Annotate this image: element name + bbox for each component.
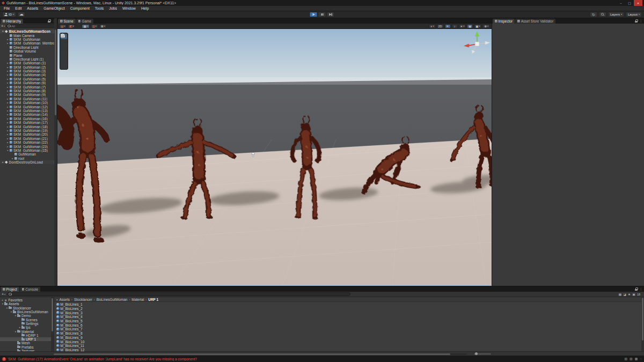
hierarchy-item-gutwoman[interactable]: GutWoman [0, 152, 57, 156]
expand-arrow-icon[interactable]: ▸ [6, 137, 10, 140]
hierarchy-item-skm-gutwoman-20[interactable]: ▸SKM_GutWoman (20) [0, 132, 57, 136]
debug-gizmos-dropdown[interactable]: ◩▾ [68, 24, 75, 28]
project-tree-item-favorites[interactable]: ▸★Favorites [0, 298, 51, 302]
draw-mode-dropdown[interactable]: ▤▾ [59, 24, 67, 28]
hierarchy-item-skm-gutwoman-10[interactable]: ▸SKM_GutWoman (10) [0, 101, 57, 105]
expand-arrow-icon[interactable]: ▸ [6, 70, 10, 72]
hierarchy-item-skm-gutwoman-19[interactable]: ▸SKM_GutWoman (19) [0, 129, 57, 132]
hierarchy-item-skm-gutwoman-12[interactable]: ▸SKM_GutWoman (12) [0, 105, 57, 108]
hierarchy-item-skm-gutwoman-8[interactable]: ▸SKM_GutWoman (8) [0, 89, 57, 93]
rect-tool-button[interactable] [61, 57, 67, 63]
tab-hierarchy[interactable]: Hierarchy [1, 19, 23, 24]
hierarchy-item-skm-gutwoman-2[interactable]: ▸SKM_GutWoman (2) [0, 65, 57, 69]
rotate-tool-button[interactable] [61, 46, 67, 51]
expand-arrow-icon[interactable]: ▸ [11, 157, 14, 160]
close-icon[interactable]: × [634, 0, 642, 6]
hidden-packages-icon[interactable]: ▣ [632, 293, 635, 296]
asset-item-m-biolines-8[interactable]: M_BioLines_8 [54, 331, 644, 336]
project-tree-item-biolinesgutwoman[interactable]: ▾BioLinesGutWoman [0, 310, 51, 314]
horizontal-scrollbar[interactable] [54, 353, 467, 355]
expand-arrow-icon[interactable]: ▸ [6, 93, 10, 96]
file-list-scrollbar[interactable] [641, 297, 644, 351]
expand-arrow-icon[interactable]: ▸ [6, 90, 10, 92]
hierarchy-item-dontdestroyonload[interactable]: ▸DontDestroyOnLoad⋮ [0, 160, 57, 164]
project-tab-project[interactable]: Project [1, 287, 19, 292]
lighting-toggle[interactable]: ☀ [445, 24, 451, 28]
hierarchy-searchbox[interactable] [6, 24, 56, 28]
menu-item-gameobject[interactable]: GameObject [41, 6, 67, 11]
hierarchy-item-skm-gutwoman-14[interactable]: ▸SKM_GutWoman (14) [0, 113, 57, 116]
hierarchy-search-input[interactable] [11, 25, 54, 28]
hierarchy-item-skm-gutwoman-3[interactable]: ▸SKM_GutWoman (3) [0, 69, 57, 73]
project-tree-item-material[interactable]: ▾Material [0, 329, 51, 333]
hierarchy-scrollbar[interactable] [54, 18, 57, 286]
expand-arrow-icon[interactable]: ▸ [6, 113, 10, 116]
expand-arrow-icon[interactable]: ▸ [6, 101, 10, 104]
kebab-menu-icon[interactable]: ⋮ [639, 19, 642, 23]
expand-arrow-icon[interactable]: ▸ [6, 129, 10, 132]
expand-arrow-icon[interactable]: ▸ [6, 98, 10, 100]
lock-icon[interactable] [48, 19, 50, 23]
asset-item-m-biolines-9[interactable]: M_BioLines_9 [54, 336, 644, 340]
project-tree-item-assets[interactable]: ▾Assets [0, 302, 51, 306]
automation-icon[interactable]: ▧ [624, 357, 627, 360]
expand-arrow-icon[interactable]: ▸ [6, 109, 10, 112]
expand-arrow-icon[interactable]: ▸ [6, 121, 10, 124]
hierarchy-item-root[interactable]: ▸root [0, 157, 57, 160]
lock-icon[interactable] [635, 19, 638, 23]
breadcrumb-item-urp-1[interactable]: URP 1 [148, 298, 158, 301]
expand-arrow-icon[interactable]: ▸ [6, 86, 10, 88]
scene-tab-scene[interactable]: Scene [58, 19, 76, 24]
expand-arrow-icon[interactable]: ▾ [6, 149, 10, 152]
lock-icon[interactable] [635, 287, 638, 291]
step-button[interactable] [327, 12, 335, 17]
project-tree-item-tps[interactable]: ▸tps [0, 326, 51, 329]
menu-item-file[interactable]: File [1, 6, 12, 11]
scale-tool-button[interactable] [61, 51, 67, 57]
camera-overlay-dropdown[interactable]: ▣▾ [474, 24, 481, 28]
hierarchy-item-global-volume[interactable]: Global Volume [0, 49, 57, 53]
expand-arrow-icon[interactable]: ▸ [6, 42, 10, 45]
hierarchy-item-skm-gutwoman-9[interactable]: ▸SKM_GutWoman (9) [0, 93, 57, 97]
visibility-toggle[interactable]: ◉ [467, 24, 473, 28]
play-button[interactable] [310, 12, 318, 17]
expand-arrow-icon[interactable]: ▸ [6, 82, 10, 84]
hierarchy-item-plane[interactable]: Plane [0, 53, 57, 57]
menu-item-edit[interactable]: Edit [12, 6, 24, 11]
expand-arrow-icon[interactable]: ▸ [6, 141, 10, 144]
cache-server-icon[interactable]: ▩ [635, 357, 638, 360]
asset-item-m-biolines-11[interactable]: M_BioLines_11 [54, 344, 644, 348]
create-object-button[interactable]: +▾ [1, 24, 5, 28]
kebab-menu-icon[interactable]: ⋮ [639, 287, 642, 291]
hierarchy-item-biolinesgutwomanscen[interactable]: ▾BioLinesGutWomanScen⋮ [0, 29, 57, 33]
hierarchy-item-directional-light-1[interactable]: Directional Light (1) [0, 57, 57, 61]
scrollbar-thumb[interactable] [52, 298, 53, 331]
menu-item-tools[interactable]: Tools [92, 6, 106, 11]
transform-tool-button[interactable] [61, 63, 67, 69]
hierarchy-item-skm-gutwoman-4[interactable]: ▸SKM_GutWoman (4) [0, 73, 57, 77]
hierarchy-item-skm-gutwoman-6[interactable]: ▸SKM_GutWoman (6) [0, 81, 57, 85]
project-tree-item-prefabs[interactable]: Prefabs [0, 345, 51, 349]
expand-arrow-icon[interactable]: ▸ [6, 106, 10, 108]
status-bar[interactable]: ! 'SKM_GutWoman (17)' AnimationEvent 'On… [0, 356, 644, 362]
expand-arrow-icon[interactable]: ▾ [1, 30, 5, 33]
asset-item-m-biolines-10[interactable]: M_BioLines_10 [54, 339, 644, 344]
hierarchy-item-skm-gutwoman-7[interactable]: ▸SKM_GutWoman (7) [0, 85, 57, 88]
breadcrumb-item-biolinesgutwoman[interactable]: BioLinesGutWoman [97, 298, 128, 301]
hierarchy-item-skm-gutwoman-18[interactable]: ▸SKM_GutWoman (18) [0, 124, 57, 128]
save-search-icon[interactable]: ★ [628, 293, 631, 296]
hierarchy-item-directional-light[interactable]: Directional Light [0, 46, 57, 49]
import-activity-icon[interactable]: ▨ [630, 357, 633, 360]
scene-viewport[interactable] [57, 29, 492, 286]
hierarchy-item-skm-gutwoman-15[interactable]: ▾SKM_GutWoman (15) [0, 149, 57, 152]
expand-arrow-icon[interactable]: ▸ [6, 117, 10, 120]
breadcrumb-item-assets[interactable]: Assets [60, 298, 70, 301]
project-tab-console[interactable]: Console [20, 287, 40, 292]
snap-increment-dropdown[interactable]: ⊞▾ [99, 24, 107, 28]
slider-knob[interactable] [475, 352, 478, 355]
hierarchy-item-skm-gutwoman-17[interactable]: ▸SKM_GutWoman (17) [0, 121, 57, 124]
project-searchbox[interactable] [7, 292, 350, 297]
hierarchy-item-skm-gutwoman-16[interactable]: ▸SKM_GutWoman (16) [0, 117, 57, 121]
scene-tab-game[interactable]: Game [76, 19, 93, 24]
layers-dropdown[interactable]: Layers ▾ [608, 12, 624, 17]
